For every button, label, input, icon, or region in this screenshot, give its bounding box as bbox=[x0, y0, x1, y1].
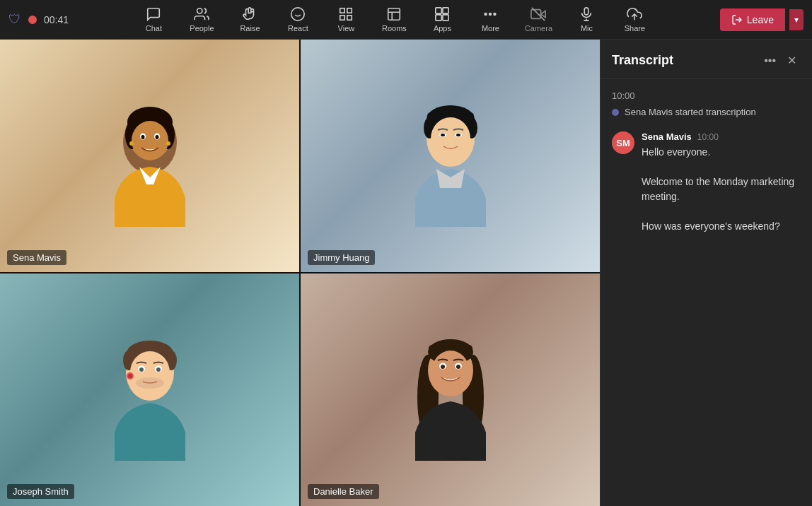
svg-rect-3 bbox=[347, 8, 352, 13]
leave-chevron-button[interactable]: ▾ bbox=[789, 9, 804, 30]
main-content: Sena Mavis bbox=[0, 40, 812, 506]
label-sena: Sena Mavis bbox=[7, 250, 66, 265]
svg-rect-14 bbox=[531, 10, 541, 19]
svg-rect-5 bbox=[347, 16, 352, 20]
svg-point-61 bbox=[456, 365, 460, 369]
react-button[interactable]: React bbox=[275, 2, 320, 37]
svg-point-57 bbox=[432, 351, 469, 390]
svg-point-49 bbox=[156, 367, 161, 372]
call-timer: 00:41 bbox=[44, 14, 69, 25]
svg-rect-7 bbox=[436, 8, 441, 13]
system-dot-icon bbox=[612, 109, 619, 116]
svg-point-23 bbox=[132, 121, 168, 160]
transcript-system-text: Sena Mavis started transcription bbox=[625, 107, 756, 117]
svg-point-60 bbox=[441, 365, 445, 369]
people-button[interactable]: People bbox=[179, 2, 224, 37]
video-feed-danielle bbox=[301, 273, 600, 506]
camera-button[interactable]: Camera bbox=[516, 2, 561, 37]
svg-point-51 bbox=[128, 374, 132, 378]
video-feed-jimmy bbox=[301, 40, 600, 272]
transcript-time: 10:00 bbox=[612, 90, 801, 101]
svg-rect-16 bbox=[585, 8, 589, 15]
video-cell-danielle: Danielle Baker bbox=[301, 273, 600, 506]
transcript-more-button[interactable]: ••• bbox=[760, 52, 780, 70]
apps-button[interactable]: Apps bbox=[419, 2, 465, 37]
transcript-header: Transcript ••• ✕ bbox=[601, 40, 812, 79]
svg-rect-2 bbox=[340, 8, 344, 13]
more-button[interactable]: More bbox=[468, 2, 513, 37]
svg-point-1 bbox=[291, 8, 304, 20]
svg-point-39 bbox=[456, 134, 460, 136]
speaker-name: Sena Mavis bbox=[642, 131, 692, 142]
svg-point-28 bbox=[129, 141, 134, 146]
video-grid: Sena Mavis bbox=[0, 40, 600, 506]
transcript-actions: ••• ✕ bbox=[760, 51, 801, 70]
svg-point-11 bbox=[485, 13, 487, 16]
transcript-close-button[interactable]: ✕ bbox=[783, 51, 801, 70]
svg-point-26 bbox=[141, 135, 144, 139]
message-header: Sena Mavis 10:00 bbox=[642, 131, 801, 142]
message-time: 10:00 bbox=[697, 132, 719, 142]
topbar-right: Leave ▾ bbox=[720, 8, 804, 31]
rooms-button[interactable]: Rooms bbox=[371, 2, 417, 37]
svg-rect-8 bbox=[443, 8, 448, 13]
recording-indicator bbox=[28, 16, 37, 24]
svg-point-29 bbox=[166, 141, 170, 146]
label-danielle: Danielle Baker bbox=[308, 484, 379, 499]
top-bar: 🛡 00:41 Chat People Raise bbox=[0, 0, 812, 40]
transcript-system-event: Sena Mavis started transcription bbox=[612, 107, 801, 117]
svg-rect-4 bbox=[340, 16, 344, 20]
svg-point-35 bbox=[431, 117, 470, 160]
chat-button[interactable]: Chat bbox=[131, 2, 176, 37]
svg-point-27 bbox=[155, 135, 158, 139]
mic-button[interactable]: Mic bbox=[564, 2, 609, 37]
transcript-message: SM Sena Mavis 10:00 Hello everyone. Welc… bbox=[612, 131, 801, 234]
svg-rect-10 bbox=[443, 15, 448, 20]
share-button[interactable]: Share bbox=[612, 2, 657, 37]
speaker-avatar: SM bbox=[612, 131, 634, 154]
topbar-left: 🛡 00:41 bbox=[8, 12, 69, 27]
transcript-body[interactable]: 10:00 Sena Mavis started transcription S… bbox=[601, 79, 812, 506]
svg-point-0 bbox=[197, 8, 202, 13]
svg-rect-6 bbox=[388, 8, 400, 20]
svg-point-12 bbox=[489, 13, 492, 16]
svg-point-38 bbox=[441, 134, 445, 136]
svg-point-48 bbox=[139, 367, 144, 372]
leave-button[interactable]: Leave bbox=[720, 8, 785, 31]
raise-button[interactable]: Raise bbox=[227, 2, 272, 37]
message-text: Hello everyone. Welcome to the Monday ma… bbox=[642, 145, 801, 234]
video-cell-sena: Sena Mavis bbox=[0, 40, 299, 272]
svg-point-13 bbox=[494, 13, 496, 16]
transcript-panel: Transcript ••• ✕ 10:00 Sena Mavis starte… bbox=[600, 40, 812, 506]
message-content: Sena Mavis 10:00 Hello everyone. Welcome… bbox=[642, 131, 801, 234]
video-cell-jimmy: Jimmy Huang bbox=[301, 40, 600, 272]
svg-rect-9 bbox=[436, 15, 441, 20]
transcript-title: Transcript bbox=[612, 53, 673, 68]
video-feed-joseph bbox=[0, 273, 299, 506]
shield-icon: 🛡 bbox=[8, 12, 21, 27]
label-joseph: Joseph Smith bbox=[7, 484, 74, 499]
video-feed-sena bbox=[0, 40, 299, 272]
video-cell-joseph: Joseph Smith bbox=[0, 273, 299, 506]
topbar-center: Chat People Raise React bbox=[131, 2, 657, 37]
view-button[interactable]: View bbox=[323, 2, 369, 37]
label-jimmy: Jimmy Huang bbox=[308, 250, 375, 265]
